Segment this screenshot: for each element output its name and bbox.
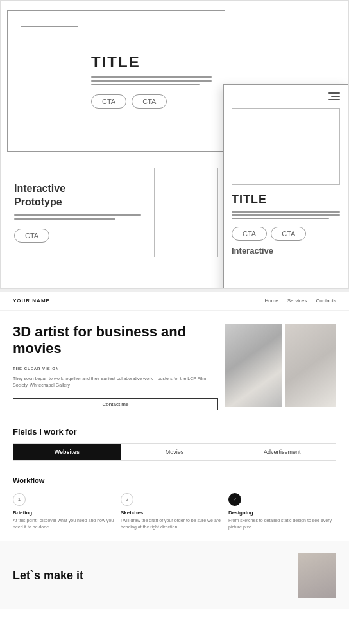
wireframe-card-2: InteractivePrototype CTA (1, 155, 232, 270)
step-desc-1: At this point i discover what you need a… (13, 518, 121, 530)
wireframe-line (14, 218, 115, 220)
wireframe-section: TITLE CTA CTA InteractivePrototype CTA (0, 0, 349, 289)
step-circle-3: ✓ (228, 493, 241, 506)
hamburger-bar (328, 99, 340, 100)
wireframe-cta-btn-3[interactable]: CTA (14, 229, 49, 243)
tab-group: Websites Movies Advertisement (13, 443, 336, 461)
step-line-2 (133, 500, 241, 501)
wireframe-card3-buttons: CTA CTA (232, 227, 340, 241)
fields-section: Fields I work for Websites Movies Advert… (0, 417, 349, 467)
nav-link-home[interactable]: Home (264, 298, 278, 304)
fields-title: Fields I work for (13, 427, 336, 437)
hero-subtitle-label: THE CLEAR VISION (13, 367, 218, 370)
hero-images (225, 324, 336, 410)
step-desc-2: I will draw the draft of your order to b… (121, 518, 228, 530)
hero-subtitle-text: They soon began to work together and the… (13, 376, 218, 389)
wireframe-image-placeholder (21, 26, 78, 135)
hero-text: 3D artist for business and movies THE CL… (13, 324, 218, 410)
step-desc-3: From sketches to detailed static design … (228, 518, 336, 530)
wireframe-card2-left: InteractivePrototype CTA (14, 182, 141, 243)
workflow-steps: 1 Briefing At this point i discover what… (13, 493, 336, 530)
hero-image-1 (225, 324, 282, 407)
step-line-1 (26, 500, 133, 501)
wireframe-card-3: TITLE CTA CTA Interactive (223, 84, 348, 289)
cta-title: Let`s make it (13, 569, 83, 582)
nav-link-services[interactable]: Services (287, 298, 307, 304)
hero-image-2 (285, 324, 336, 407)
nav-link-contacts[interactable]: Contacts (316, 298, 336, 304)
wireframe-card2-image (154, 168, 218, 257)
workflow-step-2: 2 Sketches I will draw the draft of your… (121, 493, 228, 530)
cta-avatar (298, 553, 336, 598)
sculpture-visual-1 (225, 324, 282, 407)
wireframe-line (91, 76, 212, 78)
wireframe-cta-btn-2[interactable]: CTA (132, 94, 167, 109)
hero-cta-button[interactable]: Contact me (13, 398, 218, 410)
wireframe-content: TITLE CTA CTA (91, 53, 212, 109)
step-circle-1: 1 (13, 493, 26, 506)
step-name-2: Sketches (121, 510, 143, 516)
wireframe-card3-lines (232, 211, 340, 219)
brand-name: YOUR NAME (13, 298, 50, 304)
workflow-step-3: ✓ Designing From sketches to detailed st… (228, 493, 336, 530)
workflow-step-1: 1 Briefing At this point i discover what… (13, 493, 121, 530)
wireframe-line (232, 218, 329, 219)
workflow-section: Workflow 1 Briefing At this point i disc… (0, 467, 349, 542)
wireframe-cta-btn-4[interactable]: CTA (232, 227, 267, 241)
wireframe-interactive-label: Interactive (232, 246, 340, 256)
hamburger-icon (232, 92, 340, 100)
cta-section: Let`s make it (0, 541, 349, 609)
wireframe-cta-btn-5[interactable]: CTA (271, 227, 306, 241)
wireframe-lines (91, 76, 212, 85)
tab-websites[interactable]: Websites (13, 444, 121, 460)
wireframe-line (14, 214, 141, 216)
workflow-title: Workflow (13, 476, 336, 484)
step-circle-2: 2 (121, 493, 133, 506)
wireframe-line (232, 211, 340, 213)
wireframe-buttons: CTA CTA (91, 94, 212, 109)
hamburger-bar (331, 96, 340, 97)
wireframe-title: TITLE (91, 53, 212, 71)
hero-title: 3D artist for business and movies (13, 324, 218, 358)
hero-section: 3D artist for business and movies THE CL… (0, 311, 349, 417)
tab-movies[interactable]: Movies (121, 444, 229, 460)
wireframe-line (91, 84, 200, 85)
wireframe-card3-title: TITLE (232, 193, 340, 206)
step-name-1: Briefing (13, 510, 32, 516)
tab-advertisement[interactable]: Advertisement (228, 444, 336, 460)
step-check-icon: ✓ (233, 496, 237, 502)
wireframe-card3-image (232, 108, 340, 185)
nav-links: Home Services Contacts (264, 298, 336, 304)
wireframe-line (91, 80, 212, 82)
wireframe-line (232, 214, 340, 216)
website-preview: YOUR NAME Home Services Contacts 3D arti… (0, 292, 349, 644)
step-name-3: Designing (228, 510, 253, 516)
hamburger-bar (328, 92, 340, 94)
wireframe-cta-btn-1[interactable]: CTA (91, 94, 126, 109)
wireframe-lines-2 (14, 214, 141, 220)
sculpture-visual-2 (285, 324, 336, 407)
site-nav: YOUR NAME Home Services Contacts (0, 292, 349, 311)
wireframe-card2-title: InteractivePrototype (14, 182, 141, 209)
wireframe-card-1: TITLE CTA CTA (7, 10, 225, 152)
